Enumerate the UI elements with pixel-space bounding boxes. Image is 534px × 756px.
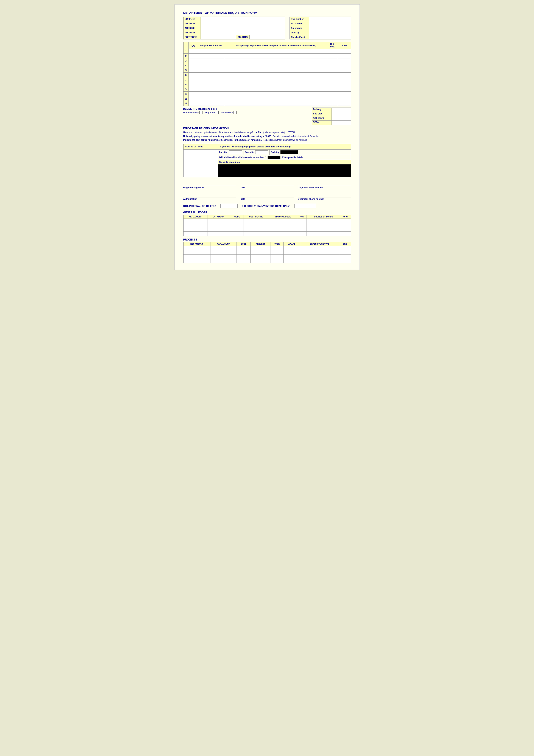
row-ref-1[interactable] — [198, 49, 224, 54]
eic-input[interactable] — [294, 204, 316, 208]
proj-cell-1-5[interactable] — [284, 250, 300, 255]
row-ref-7[interactable] — [198, 77, 224, 82]
source-funds-input[interactable] — [184, 149, 218, 177]
orig-email-line[interactable] — [298, 181, 351, 186]
auth-line[interactable] — [183, 192, 236, 198]
proj-cell-1-6[interactable] — [300, 250, 339, 255]
row-ref-3[interactable] — [198, 58, 224, 63]
authorised-value[interactable] — [309, 26, 351, 30]
row-ref-8[interactable] — [198, 82, 224, 87]
row-qty-11[interactable] — [189, 96, 198, 101]
option-hume-rothery[interactable]: Hume-Rothery — [183, 111, 203, 114]
row-unit-8[interactable] — [327, 82, 338, 87]
row-ref-12[interactable] — [198, 101, 224, 106]
row-total-11[interactable] — [338, 96, 351, 101]
country-value[interactable] — [250, 35, 285, 39]
row-desc-12[interactable] — [224, 101, 327, 106]
row-unit-2[interactable] — [327, 54, 338, 58]
orig-phone-line[interactable] — [298, 192, 351, 198]
gl-cell-3-5[interactable] — [297, 232, 307, 236]
row-total-12[interactable] — [338, 101, 351, 106]
gl-cell-1-6[interactable] — [307, 223, 340, 228]
gl-cell-3-3[interactable] — [243, 232, 269, 236]
gl-cell-2-7[interactable] — [340, 228, 351, 232]
gl-cell-2-4[interactable] — [269, 228, 297, 232]
gl-cell-1-3[interactable] — [243, 223, 269, 228]
row-ref-2[interactable] — [198, 54, 224, 58]
proj-cell-2-5[interactable] — [284, 255, 300, 259]
row-total-10[interactable] — [338, 92, 351, 96]
gl-cell-3-1[interactable] — [207, 232, 231, 236]
gl-cell-0-3[interactable] — [243, 219, 269, 223]
row-unit-7[interactable] — [327, 77, 338, 82]
row-ref-11[interactable] — [198, 96, 224, 101]
address1-value[interactable] — [201, 21, 285, 26]
gl-cell-3-0[interactable] — [183, 232, 207, 236]
row-total-5[interactable] — [338, 68, 351, 73]
row-qty-1[interactable] — [189, 49, 198, 54]
row-desc-8[interactable] — [224, 82, 327, 87]
proj-cell-1-7[interactable] — [339, 250, 351, 255]
row-qty-6[interactable] — [189, 73, 198, 77]
gl-cell-1-2[interactable] — [231, 223, 243, 228]
proj-cell-3-2[interactable] — [237, 259, 250, 263]
row-desc-11[interactable] — [224, 96, 327, 101]
proj-cell-1-2[interactable] — [237, 250, 250, 255]
gl-cell-0-2[interactable] — [231, 219, 243, 223]
row-desc-9[interactable] — [224, 87, 327, 92]
address2-value[interactable] — [201, 26, 285, 30]
proj-cell-0-2[interactable] — [237, 246, 250, 250]
proj-cell-2-2[interactable] — [237, 255, 250, 259]
row-qty-10[interactable] — [189, 92, 198, 96]
proj-cell-1-3[interactable] — [250, 250, 271, 255]
row-ref-4[interactable] — [198, 63, 224, 68]
option-no-delivery[interactable]: No delivery — [221, 111, 237, 114]
row-unit-1[interactable] — [327, 49, 338, 54]
checked-sent-value[interactable] — [309, 35, 351, 39]
hume-rothery-checkbox[interactable] — [199, 111, 202, 114]
row-unit-10[interactable] — [327, 92, 338, 96]
proj-cell-3-0[interactable] — [183, 259, 210, 263]
row-total-8[interactable] — [338, 82, 351, 87]
room-input[interactable] — [255, 150, 268, 154]
gl-cell-2-5[interactable] — [297, 228, 307, 232]
row-unit-5[interactable] — [327, 68, 338, 73]
row-unit-12[interactable] — [327, 101, 338, 106]
proj-cell-2-7[interactable] — [339, 255, 351, 259]
gl-cell-3-6[interactable] — [307, 232, 340, 236]
row-total-2[interactable] — [338, 54, 351, 58]
orig-sig-line[interactable] — [183, 181, 236, 186]
gl-cell-0-5[interactable] — [297, 219, 307, 223]
proj-cell-3-5[interactable] — [284, 259, 300, 263]
proj-cell-3-4[interactable] — [270, 259, 284, 263]
row-ref-9[interactable] — [198, 87, 224, 92]
vat-value[interactable] — [332, 116, 351, 121]
row-total-1[interactable] — [338, 49, 351, 54]
gl-cell-2-2[interactable] — [231, 228, 243, 232]
gl-cell-0-0[interactable] — [183, 219, 207, 223]
supplier-value[interactable] — [201, 17, 285, 21]
row-total-4[interactable] — [338, 63, 351, 68]
gl-cell-0-1[interactable] — [207, 219, 231, 223]
begbroke-checkbox[interactable] — [216, 111, 219, 114]
no-delivery-checkbox[interactable] — [234, 111, 237, 114]
gl-cell-0-4[interactable] — [269, 219, 297, 223]
proj-cell-1-0[interactable] — [183, 250, 210, 255]
row-unit-4[interactable] — [327, 63, 338, 68]
row-desc-7[interactable] — [224, 77, 327, 82]
proj-cell-0-5[interactable] — [284, 246, 300, 250]
po-number-value[interactable] — [309, 21, 351, 26]
proj-cell-0-0[interactable] — [183, 246, 210, 250]
row-total-6[interactable] — [338, 73, 351, 77]
input-by-value[interactable] — [309, 30, 351, 35]
gl-cell-2-3[interactable] — [243, 228, 269, 232]
row-qty-5[interactable] — [189, 68, 198, 73]
row-desc-5[interactable] — [224, 68, 327, 73]
special-instructions-input[interactable] — [218, 164, 351, 177]
row-desc-2[interactable] — [224, 54, 327, 58]
row-qty-8[interactable] — [189, 82, 198, 87]
proj-cell-2-4[interactable] — [270, 255, 284, 259]
installation-input[interactable] — [267, 156, 280, 159]
address3-value[interactable] — [201, 30, 285, 35]
delivery-value[interactable] — [332, 108, 351, 112]
